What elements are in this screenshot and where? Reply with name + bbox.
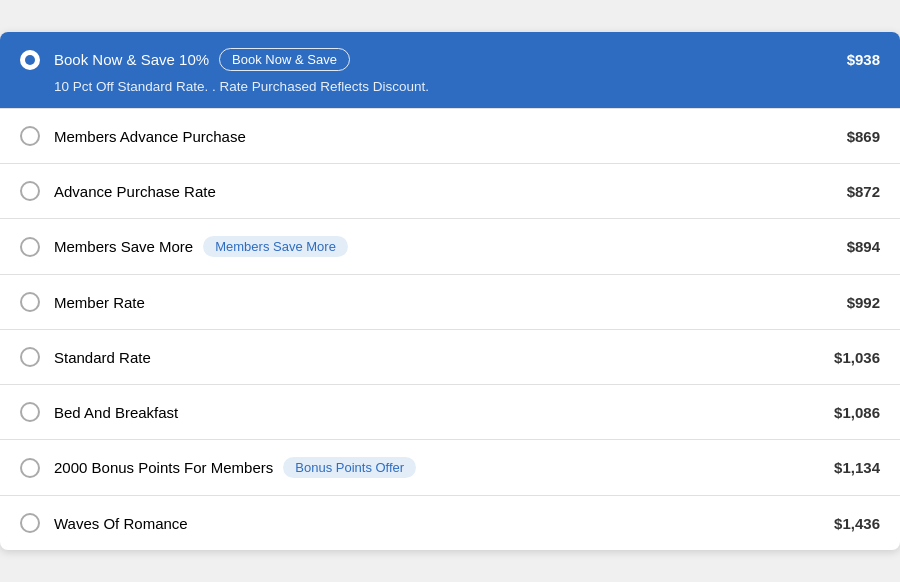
tag-book-now-save: Book Now & Save <box>219 48 350 71</box>
radio-book-now-save[interactable] <box>20 50 40 70</box>
rate-row-advance-purchase[interactable]: Advance Purchase Rate $872 <box>0 164 900 219</box>
rate-row-standard-rate[interactable]: Standard Rate $1,036 <box>0 330 900 385</box>
rate-price-member-rate: $992 <box>847 294 880 311</box>
rate-row-selected[interactable]: Book Now & Save 10% Book Now & Save $938… <box>0 32 900 109</box>
rate-price-bed-breakfast: $1,086 <box>834 404 880 421</box>
rate-price-book-now-save: $938 <box>847 51 880 68</box>
radio-bonus-points[interactable] <box>20 458 40 478</box>
rate-name-bonus-points: 2000 Bonus Points For Members Bonus Poin… <box>54 457 834 478</box>
radio-bed-breakfast[interactable] <box>20 402 40 422</box>
rate-row-waves-romance[interactable]: Waves Of Romance $1,436 <box>0 496 900 550</box>
rate-price-bonus-points: $1,134 <box>834 459 880 476</box>
rate-price-advance-purchase: $872 <box>847 183 880 200</box>
rate-price-members-advance: $869 <box>847 128 880 145</box>
rate-list: Book Now & Save 10% Book Now & Save $938… <box>0 32 900 550</box>
rate-name-book-now-save: Book Now & Save 10% Book Now & Save <box>54 48 847 71</box>
radio-members-advance[interactable] <box>20 126 40 146</box>
rate-subtitle-book-now-save: 10 Pct Off Standard Rate. . Rate Purchas… <box>20 79 429 94</box>
rate-name-member-rate: Member Rate <box>54 294 847 311</box>
rate-name-bed-breakfast: Bed And Breakfast <box>54 404 834 421</box>
rate-price-standard-rate: $1,036 <box>834 349 880 366</box>
radio-member-rate[interactable] <box>20 292 40 312</box>
radio-standard-rate[interactable] <box>20 347 40 367</box>
rate-row-bonus-points[interactable]: 2000 Bonus Points For Members Bonus Poin… <box>0 440 900 496</box>
radio-waves-romance[interactable] <box>20 513 40 533</box>
rate-name-members-save-more: Members Save More Members Save More <box>54 236 847 257</box>
rate-row-member-rate[interactable]: Member Rate $992 <box>0 275 900 330</box>
radio-advance-purchase[interactable] <box>20 181 40 201</box>
tag-members-save-more: Members Save More <box>203 236 348 257</box>
tag-bonus-points: Bonus Points Offer <box>283 457 416 478</box>
rate-row-bed-breakfast[interactable]: Bed And Breakfast $1,086 <box>0 385 900 440</box>
rate-name-waves-romance: Waves Of Romance <box>54 515 834 532</box>
rate-name-members-advance: Members Advance Purchase <box>54 128 847 145</box>
rate-row-members-save-more[interactable]: Members Save More Members Save More $894 <box>0 219 900 275</box>
rate-row-members-advance[interactable]: Members Advance Purchase $869 <box>0 109 900 164</box>
radio-members-save-more[interactable] <box>20 237 40 257</box>
rate-name-advance-purchase: Advance Purchase Rate <box>54 183 847 200</box>
rate-name-standard-rate: Standard Rate <box>54 349 834 366</box>
rate-price-members-save-more: $894 <box>847 238 880 255</box>
rate-price-waves-romance: $1,436 <box>834 515 880 532</box>
